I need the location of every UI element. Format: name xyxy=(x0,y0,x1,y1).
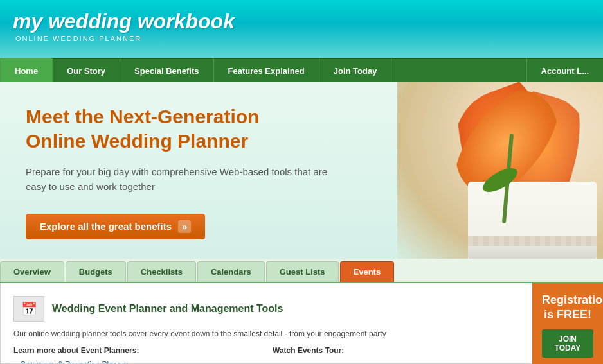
content-body-text: Our online wedding planner tools cover e… xyxy=(14,328,519,340)
main-content: 📅 Wedding Event Planner and Management T… xyxy=(0,283,532,364)
tab-budgets[interactable]: Budgets xyxy=(66,261,126,282)
hero-banner: Meet the Next-GenerationOnline Wedding P… xyxy=(0,82,603,259)
sidebar-registration-title: Registration is FREE! xyxy=(542,293,593,323)
content-col-watch: Watch Events Tour: xyxy=(273,346,519,364)
join-today-sidebar-button[interactable]: JOIN TODAY xyxy=(542,329,593,358)
content-col-learn: Learn more about Event Planners: » Cerem… xyxy=(14,346,260,364)
site-header: my wedding workbook ONLINE WEDDING PLANN… xyxy=(0,0,603,58)
registration-sidebar: Registration is FREE! JOIN TODAY xyxy=(532,283,603,364)
watch-tour-title: Watch Events Tour: xyxy=(273,346,519,355)
hero-flowers-image xyxy=(397,82,603,259)
cta-label: Explore all the great benefits xyxy=(40,221,172,232)
nav-features-explained[interactable]: Features Explained xyxy=(214,58,320,83)
hero-subtitle: Prepare for your big day with comprehens… xyxy=(26,164,334,195)
logo-area: my wedding workbook ONLINE WEDDING PLANN… xyxy=(0,0,603,52)
hero-title: Meet the Next-GenerationOnline Wedding P… xyxy=(26,105,399,153)
nav-home[interactable]: Home xyxy=(0,58,53,83)
explore-benefits-button[interactable]: Explore all the great benefits » xyxy=(26,214,205,239)
content-heading: Wedding Event Planner and Management Too… xyxy=(52,303,283,315)
nav-account-login[interactable]: Account L... xyxy=(526,58,603,83)
tab-guest-lists[interactable]: Guest Lists xyxy=(266,261,339,282)
nav-our-story[interactable]: Our Story xyxy=(53,58,120,83)
main-nav: Home Our Story Special Benefits Features… xyxy=(0,58,603,82)
tab-overview[interactable]: Overview xyxy=(0,261,64,282)
hero-content: Meet the Next-GenerationOnline Wedding P… xyxy=(0,82,424,259)
site-tagline: ONLINE WEDDING PLANNER xyxy=(13,35,590,42)
tab-checklists[interactable]: Checklists xyxy=(127,261,196,282)
site-logo[interactable]: my wedding workbook xyxy=(13,10,590,33)
content-columns: Learn more about Event Planners: » Cerem… xyxy=(14,346,519,364)
tab-calendars[interactable]: Calendars xyxy=(197,261,265,282)
content-tabs: Overview Budgets Checklists Calendars Gu… xyxy=(0,259,603,283)
content-icon: 📅 xyxy=(14,296,44,322)
cta-arrow-icon: » xyxy=(178,220,191,233)
learn-more-title: Learn more about Event Planners: xyxy=(14,346,260,355)
content-area: 📅 Wedding Event Planner and Management T… xyxy=(0,283,603,364)
ceremony-reception-link[interactable]: » Ceremony & Reception Planner xyxy=(14,360,129,364)
content-title-area: 📅 Wedding Event Planner and Management T… xyxy=(14,296,519,322)
nav-join-today[interactable]: Join Today xyxy=(320,58,392,83)
tab-events[interactable]: Events xyxy=(340,261,395,282)
nav-special-benefits[interactable]: Special Benefits xyxy=(120,58,213,83)
